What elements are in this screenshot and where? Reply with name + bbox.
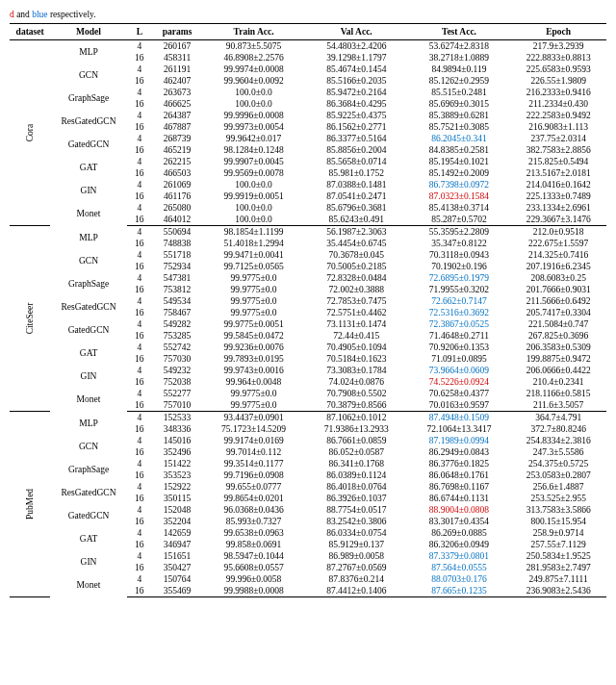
- cell-L: 4: [127, 481, 152, 493]
- cell-L: 16: [127, 493, 152, 504]
- cell-L: 4: [127, 133, 152, 144]
- cell-test: 84.9894±0.119: [408, 63, 511, 75]
- cell-epoch: 267.825±0.3696: [510, 330, 606, 342]
- cell-test: 85.3889±0.6281: [408, 110, 511, 121]
- cell-epoch: 222.8833±0.8813: [510, 52, 606, 63]
- cell-L: 4: [127, 249, 152, 261]
- cell-test: 87.564±0.0555: [408, 562, 511, 573]
- cell-L: 16: [127, 562, 152, 573]
- cell-params: 753285: [152, 330, 202, 342]
- cell-val: 85.6243±0.491: [305, 214, 408, 226]
- cell-L: 16: [127, 52, 152, 63]
- model-cell: GCN: [50, 63, 127, 87]
- cell-val: 70.5005±0.2185: [305, 261, 408, 272]
- cell-params: 261069: [152, 179, 202, 190]
- cell-L: 16: [127, 121, 152, 133]
- cell-train: 99.9775±0.0: [202, 272, 305, 284]
- cell-params: 549232: [152, 365, 202, 376]
- cell-test: 87.4948±0.1509: [408, 412, 511, 424]
- cell-train: 98.1854±1.1199: [202, 226, 305, 239]
- cell-params: 752038: [152, 376, 202, 388]
- cell-test: 86.269±0.0885: [408, 527, 511, 539]
- cell-test: 72.6895±0.1979: [408, 272, 511, 284]
- cell-epoch: 382.7583±2.8856: [510, 144, 606, 156]
- cell-test: 86.3206±0.0949: [408, 539, 511, 550]
- cell-test: 87.665±0.1235: [408, 585, 511, 597]
- model-cell: GAT: [50, 527, 127, 550]
- cell-val: 86.3377±0.5164: [305, 133, 408, 144]
- cell-test: 86.2045±0.341: [408, 133, 511, 144]
- cell-L: 16: [127, 446, 152, 458]
- cell-train: 93.4437±0.0901: [202, 412, 305, 424]
- cell-params: 551718: [152, 249, 202, 261]
- cell-epoch: 247.3±5.5586: [510, 446, 606, 458]
- cell-epoch: 364.7±4.791: [510, 412, 606, 424]
- cell-L: 16: [127, 307, 152, 318]
- cell-params: 552277: [152, 388, 202, 399]
- cell-train: 99.9973±0.0054: [202, 121, 305, 133]
- cell-L: 4: [127, 202, 152, 214]
- cell-L: 4: [127, 573, 152, 585]
- cell-L: 16: [127, 353, 152, 365]
- cell-L: 16: [127, 516, 152, 527]
- cell-test: 88.9004±0.0808: [408, 504, 511, 516]
- cell-val: 85.981±0.1752: [305, 167, 408, 179]
- cell-val: 86.3684±0.4295: [305, 98, 408, 110]
- cell-epoch: 254.375±0.5725: [510, 458, 606, 469]
- cell-params: 263673: [152, 87, 202, 98]
- cell-epoch: 207.1916±6.2345: [510, 261, 606, 272]
- cell-train: 99.858±0.0691: [202, 539, 305, 550]
- cell-test: 87.3379±0.0801: [408, 550, 511, 562]
- model-cell: GIN: [50, 550, 127, 573]
- cell-train: 99.9775±0.0: [202, 307, 305, 318]
- cell-params: 464012: [152, 214, 202, 226]
- cell-val: 85.6796±0.3681: [305, 202, 408, 214]
- cell-epoch: 206.3583±0.5309: [510, 342, 606, 353]
- model-cell: GraphSage: [50, 458, 127, 481]
- cell-epoch: 249.875±7.1111: [510, 573, 606, 585]
- cell-params: 467887: [152, 121, 202, 133]
- cell-train: 99.9775±0.0: [202, 295, 305, 307]
- cell-train: 99.7196±0.0908: [202, 469, 305, 481]
- cell-val: 85.9225±0.4375: [305, 110, 408, 121]
- model-cell: GCN: [50, 249, 127, 272]
- cell-L: 4: [127, 179, 152, 190]
- cell-val: 35.4454±0.6745: [305, 238, 408, 249]
- cell-val: 85.5166±0.2035: [305, 75, 408, 87]
- cell-L: 16: [127, 585, 152, 597]
- cell-L: 4: [127, 226, 152, 239]
- cell-train: 95.6608±0.0557: [202, 562, 305, 573]
- hdr-val: Val Acc.: [305, 24, 408, 40]
- cell-epoch: 208.6083±0.25: [510, 272, 606, 284]
- cell-params: 264387: [152, 110, 202, 121]
- cell-params: 753812: [152, 284, 202, 295]
- cell-test: 86.7698±0.1167: [408, 481, 511, 493]
- cell-epoch: 218.1166±0.5815: [510, 388, 606, 399]
- cell-train: 98.5947±0.1044: [202, 550, 305, 562]
- cell-params: 268739: [152, 133, 202, 144]
- cell-params: 152533: [152, 412, 202, 424]
- cell-val: 83.2542±0.3806: [305, 516, 408, 527]
- cell-epoch: 222.2583±0.9492: [510, 110, 606, 121]
- cell-params: 462407: [152, 75, 202, 87]
- cell-train: 100.0±0.0: [202, 214, 305, 226]
- cell-L: 4: [127, 110, 152, 121]
- cell-train: 99.9642±0.017: [202, 133, 305, 144]
- cell-epoch: 211.2334±0.430: [510, 98, 606, 110]
- cell-train: 99.7014±0.112: [202, 446, 305, 458]
- cell-params: 757010: [152, 399, 202, 412]
- cell-test: 70.6258±0.4377: [408, 388, 511, 399]
- dataset-cell: CiteSeer: [10, 226, 50, 412]
- cell-train: 99.6538±0.0963: [202, 527, 305, 539]
- cell-train: 99.9974±0.0008: [202, 63, 305, 75]
- cell-L: 16: [127, 330, 152, 342]
- cell-L: 16: [127, 376, 152, 388]
- cell-test: 71.091±0.0895: [408, 353, 511, 365]
- hdr-params: params: [152, 24, 202, 40]
- cell-params: 260167: [152, 40, 202, 53]
- cell-train: 75.1723±14.5209: [202, 423, 305, 435]
- cell-val: 72.44±0.415: [305, 330, 408, 342]
- cell-params: 458311: [152, 52, 202, 63]
- cell-train: 99.655±0.0777: [202, 481, 305, 493]
- cell-test: 71.9955±0.3202: [408, 284, 511, 295]
